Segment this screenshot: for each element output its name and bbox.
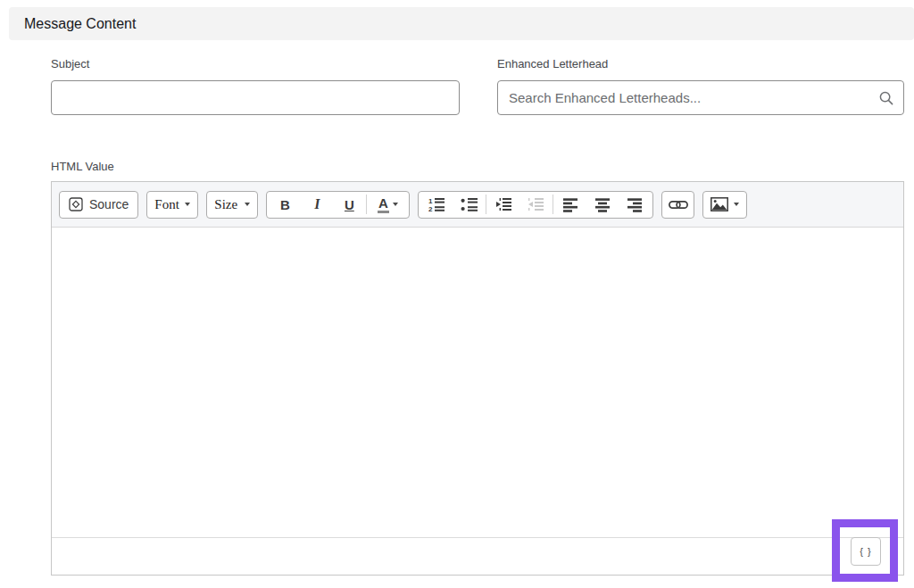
editor-footer: { } — [52, 537, 903, 575]
image-button[interactable] — [702, 191, 747, 219]
bold-button[interactable]: B — [269, 192, 301, 218]
align-right-icon — [627, 197, 643, 212]
link-button[interactable] — [661, 191, 694, 219]
chevron-down-icon — [245, 203, 250, 206]
section-header: Message Content — [9, 7, 914, 40]
font-dropdown-label: Font — [154, 197, 179, 212]
numbered-list-button[interactable]: 1 2 — [420, 192, 453, 218]
html-value-label: HTML Value — [51, 160, 114, 173]
chevron-down-icon — [185, 203, 190, 206]
align-center-icon — [595, 197, 611, 212]
indent-icon — [495, 197, 512, 212]
text-color-button-label: A — [378, 196, 389, 213]
editor-toolbar: Source Font Size B I U A — [52, 182, 903, 228]
merge-field-button[interactable]: { } — [851, 537, 881, 566]
rich-text-editor: Source Font Size B I U A — [51, 181, 904, 576]
svg-text:2: 2 — [428, 205, 433, 212]
size-dropdown[interactable]: Size — [206, 191, 258, 219]
image-icon — [710, 197, 728, 211]
align-left-icon — [563, 197, 578, 212]
chevron-down-icon — [734, 203, 739, 206]
size-dropdown-label: Size — [214, 197, 237, 212]
editor-content[interactable] — [52, 228, 903, 537]
italic-button-label: I — [314, 196, 320, 212]
source-code-icon — [69, 197, 83, 211]
enhanced-letterhead-label: Enhanced Letterhead — [497, 57, 608, 70]
underline-button[interactable]: U — [333, 192, 365, 218]
source-button-label: Source — [89, 197, 129, 211]
outdent-button[interactable] — [519, 192, 552, 218]
font-dropdown[interactable]: Font — [146, 191, 198, 219]
svg-text:1: 1 — [428, 197, 433, 205]
italic-button[interactable]: I — [301, 192, 333, 218]
numbered-list-icon: 1 2 — [428, 197, 445, 212]
subject-input[interactable] — [51, 80, 460, 115]
align-left-button[interactable] — [554, 192, 586, 218]
bullet-list-button[interactable] — [453, 192, 485, 218]
text-color-button[interactable]: A — [368, 192, 407, 218]
chevron-down-icon — [393, 203, 398, 206]
source-button[interactable]: Source — [59, 191, 138, 219]
bullet-list-icon — [461, 197, 478, 212]
outdent-icon — [528, 197, 544, 212]
toolbar-separator — [553, 195, 553, 214]
indent-button[interactable] — [487, 192, 519, 218]
subject-label: Subject — [51, 57, 89, 70]
underline-button-label: U — [345, 197, 354, 212]
enhanced-letterhead-lookup — [497, 80, 904, 115]
link-icon — [669, 198, 688, 211]
text-style-group: B I U A — [266, 191, 410, 219]
align-right-button[interactable] — [619, 192, 651, 218]
toolbar-separator — [486, 195, 486, 214]
section-title: Message Content — [24, 16, 136, 32]
enhanced-letterhead-search-input[interactable] — [497, 80, 904, 115]
paragraph-group: 1 2 — [418, 191, 653, 219]
align-center-button[interactable] — [586, 192, 619, 218]
toolbar-separator — [366, 195, 367, 214]
bold-button-label: B — [280, 197, 290, 212]
